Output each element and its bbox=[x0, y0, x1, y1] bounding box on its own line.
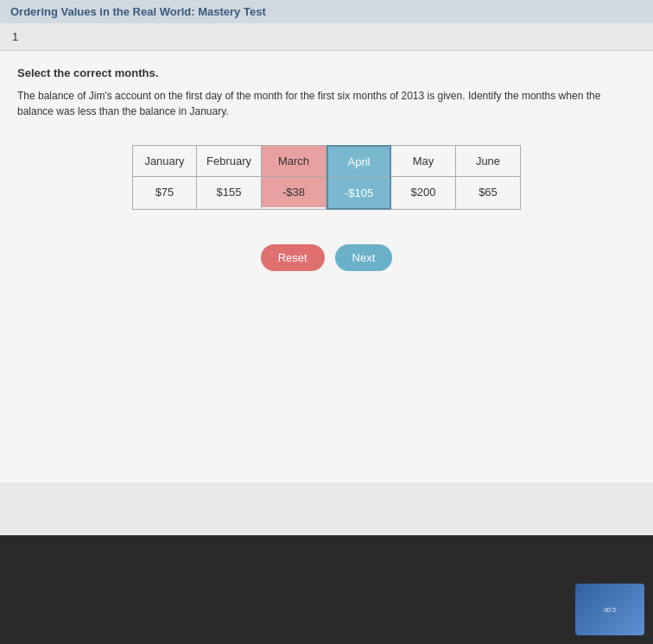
sticker-badge: 00:3 bbox=[575, 584, 644, 635]
months-table: January $75 February $155 March -$38 Apr… bbox=[17, 145, 636, 210]
month-value-june: $65 bbox=[456, 177, 520, 207]
month-value-january: $75 bbox=[133, 177, 196, 207]
month-col-june[interactable]: June $65 bbox=[456, 145, 521, 210]
month-header-january: January bbox=[133, 146, 196, 177]
month-col-january[interactable]: January $75 bbox=[132, 145, 197, 210]
month-value-may: $200 bbox=[391, 177, 455, 207]
next-button[interactable]: Next bbox=[335, 244, 393, 271]
title-text: Ordering Values in the Real World: Maste… bbox=[10, 5, 266, 18]
description-text: The balance of Jim's account on the firs… bbox=[17, 88, 636, 119]
month-col-march[interactable]: March -$38 bbox=[262, 145, 326, 210]
month-value-april: -$105 bbox=[328, 178, 390, 208]
month-col-february[interactable]: February $155 bbox=[197, 145, 262, 210]
month-header-june: June bbox=[456, 146, 520, 177]
question-number: 1 bbox=[0, 23, 653, 51]
month-header-may: May bbox=[391, 146, 455, 177]
buttons-row: Reset Next bbox=[17, 244, 636, 271]
bottom-bar: 00:3 bbox=[0, 535, 653, 644]
main-content: Select the correct months. The balance o… bbox=[0, 51, 653, 483]
month-value-february: $155 bbox=[197, 177, 261, 207]
month-col-may[interactable]: May $200 bbox=[391, 145, 456, 210]
month-col-april[interactable]: April -$105 bbox=[326, 145, 391, 210]
month-header-april: April bbox=[328, 147, 390, 178]
instruction-text: Select the correct months. bbox=[17, 66, 636, 79]
month-value-march: -$38 bbox=[262, 177, 326, 207]
reset-button[interactable]: Reset bbox=[261, 244, 325, 271]
month-header-february: February bbox=[197, 146, 261, 177]
title-bar: Ordering Values in the Real World: Maste… bbox=[0, 0, 653, 23]
month-header-march: March bbox=[262, 146, 326, 177]
